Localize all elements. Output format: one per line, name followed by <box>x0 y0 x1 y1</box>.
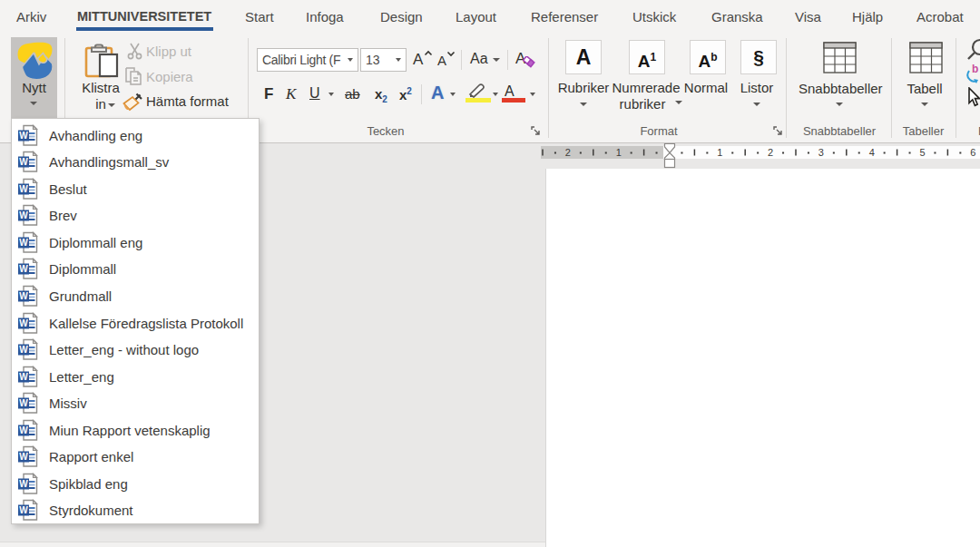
svg-text:3: 3 <box>818 147 824 158</box>
svg-text:W: W <box>19 479 28 489</box>
svg-text:W: W <box>19 157 28 167</box>
svg-text:5: 5 <box>919 147 925 158</box>
svg-text:W: W <box>19 372 28 382</box>
svg-text:W: W <box>19 210 28 220</box>
svg-text:W: W <box>19 505 28 515</box>
svg-text:W: W <box>19 131 28 141</box>
svg-text:W: W <box>19 452 28 462</box>
svg-text:W: W <box>19 398 28 408</box>
svg-text:W: W <box>19 264 28 274</box>
svg-text:2: 2 <box>565 147 571 158</box>
svg-text:1: 1 <box>616 147 622 158</box>
svg-text:W: W <box>19 318 28 328</box>
svg-text:W: W <box>19 291 28 301</box>
svg-text:6: 6 <box>970 147 975 158</box>
svg-text:4: 4 <box>869 147 875 158</box>
svg-text:W: W <box>19 238 28 248</box>
svg-text:W: W <box>19 425 28 435</box>
svg-text:b: b <box>972 63 978 75</box>
svg-text:2: 2 <box>768 147 773 158</box>
svg-text:W: W <box>19 345 28 355</box>
svg-text:W: W <box>19 184 28 194</box>
svg-text:1: 1 <box>717 147 722 158</box>
